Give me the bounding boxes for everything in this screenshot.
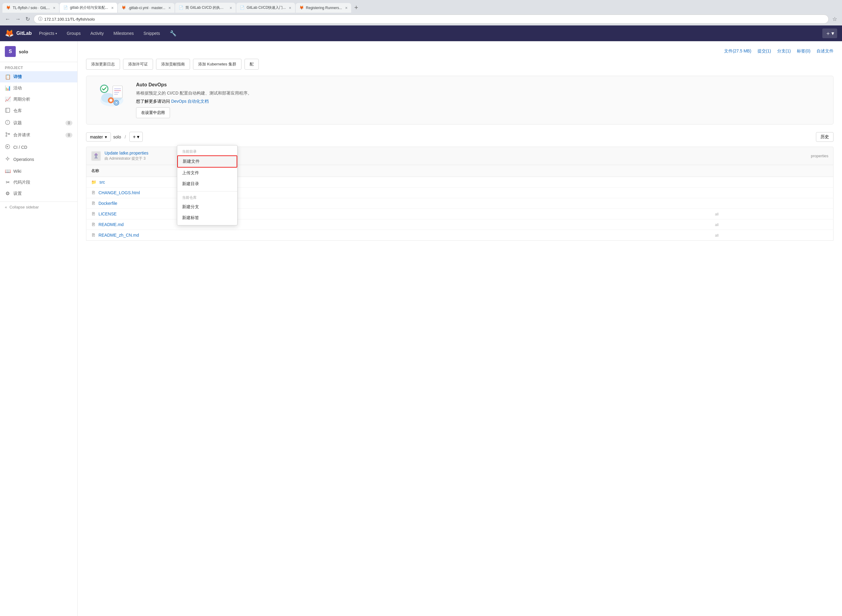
browser-chrome: 🦊 TL-flyfish / solo · GitL... × 📄 gitlab…	[0, 0, 842, 25]
sidebar-item-details[interactable]: 📋 详情	[0, 71, 77, 82]
file-icon: 🖹	[91, 233, 95, 238]
stat-tags[interactable]: 标签(0)	[797, 48, 810, 54]
refresh-button[interactable]: ↻	[24, 15, 31, 23]
tab-4-title: 简 GitLab CI/CD 的执行流...	[185, 5, 227, 10]
nav-projects[interactable]: Projects ▾	[37, 30, 60, 37]
tab-1-close[interactable]: ×	[53, 6, 56, 10]
dropdown-item-new-file[interactable]: 新建文件	[177, 155, 237, 167]
nav-plus-button[interactable]: ＋ ▾	[822, 28, 837, 38]
tab-6-close[interactable]: ×	[345, 6, 348, 10]
nav-snippets[interactable]: Snippets	[141, 30, 162, 37]
tab-5-title: GitLab CI/CD快速入门...	[246, 5, 286, 10]
file-cell-readme: 🖹 README.md	[87, 219, 622, 230]
dropdown-item-upload-file[interactable]: 上传文件	[177, 167, 237, 179]
path-slash: /	[125, 135, 126, 139]
svg-point-25	[109, 99, 112, 102]
plus-icon: +	[133, 134, 135, 140]
nav-activity[interactable]: Activity	[88, 30, 106, 37]
dropdown-item-new-tag[interactable]: 新建标签	[177, 213, 237, 223]
collapse-sidebar[interactable]: « Collapse sidebar	[0, 201, 77, 213]
col-update	[710, 165, 833, 177]
dropdown-item-new-branch[interactable]: 新建分支	[177, 201, 237, 213]
tab-2-close[interactable]: ×	[111, 6, 114, 10]
file-link-readme-zh[interactable]: README_zh_CN.md	[98, 233, 139, 238]
details-icon: 📋	[5, 74, 10, 80]
new-tab-button[interactable]: +	[352, 3, 361, 13]
nav-wrench-icon[interactable]: 🔧	[167, 29, 179, 38]
back-button[interactable]: ←	[4, 15, 12, 23]
tab-3-close[interactable]: ×	[169, 6, 171, 10]
history-button[interactable]: 历史	[816, 132, 833, 142]
commit-cell-readme	[621, 219, 710, 230]
stat-commits[interactable]: 提交(1)	[757, 48, 771, 54]
address-bar[interactable]: ⓘ 172.17.100.11/TL-flyfish/solo	[34, 15, 829, 23]
gitlab-logo[interactable]: 🦊 GitLab	[5, 29, 32, 38]
sidebar-item-merge[interactable]: 合并请求 0	[0, 129, 77, 141]
forward-button[interactable]: →	[14, 15, 22, 23]
devops-enable-button[interactable]: 在设置中启用	[136, 107, 170, 118]
bookmark-button[interactable]: ☆	[831, 15, 838, 23]
file-link-license[interactable]: LICENSE	[98, 211, 117, 216]
sidebar-item-label-cycles: 周期分析	[13, 97, 30, 102]
more-button[interactable]: 配	[245, 59, 259, 70]
cycles-icon: 📈	[5, 96, 10, 102]
update-cell-src	[710, 177, 833, 188]
add-kubernetes-button[interactable]: 添加 Kubernetes 集群	[193, 59, 242, 70]
tab-2-favicon: 📄	[63, 6, 68, 10]
devops-docs-link[interactable]: DevOps 自动化文档	[171, 99, 209, 104]
sidebar-item-settings[interactable]: ⚙ 设置	[0, 188, 77, 199]
settings-icon: ⚙	[5, 191, 10, 197]
file-link-dockerfile[interactable]: Dockerfile	[98, 201, 117, 206]
col-commit	[621, 165, 710, 177]
sidebar-item-operations[interactable]: Operations	[0, 153, 77, 166]
collapse-sidebar-label: Collapse sidebar	[9, 205, 39, 210]
sidebar-item-repo[interactable]: 仓库	[0, 105, 77, 117]
tab-1[interactable]: 🦊 TL-flyfish / solo · GitL... ×	[3, 3, 59, 13]
sidebar-item-cicd[interactable]: CI / CD	[0, 141, 77, 153]
sidebar-username: solo	[19, 49, 28, 54]
file-link-changelog[interactable]: CHANGE_LOGS.html	[98, 190, 140, 195]
tab-5-close[interactable]: ×	[289, 6, 291, 10]
sidebar-user: S solo	[0, 41, 77, 62]
activity-icon: 📊	[5, 85, 10, 91]
update-cell-changelog	[710, 188, 833, 198]
stat-readme[interactable]: 自述文件	[817, 48, 833, 54]
sidebar-item-label-cicd: CI / CD	[13, 145, 27, 150]
nav-milestones[interactable]: Milestones	[111, 30, 136, 37]
sidebar-item-snippets[interactable]: ✂ 代码片段	[0, 177, 77, 188]
devops-illustration	[94, 82, 130, 109]
file-link-readme[interactable]: README.md	[98, 222, 124, 227]
commit-avatar-icon	[91, 151, 101, 161]
sidebar-item-wiki[interactable]: 📖 Wiki	[0, 166, 77, 177]
devops-desc: 将根据预定义的 CI/CD 配置自动构建、测试和部署应用程序。	[136, 90, 826, 96]
sidebar-item-label-repo: 仓库	[13, 108, 22, 114]
issues-badge: 0	[66, 120, 72, 125]
stat-files[interactable]: 文件(27.5 MB)	[724, 48, 751, 54]
all-label: all	[715, 212, 719, 216]
stat-branches[interactable]: 分支(1)	[777, 48, 791, 54]
tab-6[interactable]: 🦊 Registering Runners... ×	[296, 3, 352, 13]
tab-4[interactable]: 📄 简 GitLab CI/CD 的执行流... ×	[175, 3, 236, 13]
sidebar-item-cycles[interactable]: 📈 周期分析	[0, 94, 77, 105]
tab-4-close[interactable]: ×	[230, 6, 232, 10]
add-file-button[interactable]: + ▾	[129, 132, 142, 142]
update-cell-readme: all	[710, 219, 833, 230]
tab-2[interactable]: 📄 gitlab 的介绍与安装配... ×	[60, 3, 117, 13]
operations-icon	[5, 156, 10, 163]
dropdown-item-new-dir[interactable]: 新建目录	[177, 179, 237, 189]
tab-3[interactable]: 🦊 .gitlab-ci.yml · master... ×	[118, 3, 175, 13]
file-cell-src: 📁 src	[87, 177, 622, 188]
branch-selector[interactable]: master ▾	[86, 132, 111, 141]
add-license-button[interactable]: 添加许可证	[123, 59, 153, 70]
svg-point-5	[6, 135, 7, 136]
add-changelog-button[interactable]: 添加更新日志	[86, 59, 120, 70]
address-bar-row: ← → ↻ ⓘ 172.17.100.11/TL-flyfish/solo ☆	[0, 13, 842, 25]
tab-5[interactable]: 📄 GitLab CI/CD快速入门... ×	[236, 3, 295, 13]
table-row: 🖹 README_zh_CN.md all	[87, 230, 833, 241]
nav-groups[interactable]: Groups	[64, 30, 83, 37]
file-link-src[interactable]: src	[100, 180, 105, 185]
sidebar-item-activity[interactable]: 📊 活动	[0, 82, 77, 94]
add-contributing-button[interactable]: 添加贡献指南	[156, 59, 190, 70]
nav-groups-label: Groups	[67, 31, 81, 36]
sidebar-item-issues[interactable]: ! 议题 0	[0, 117, 77, 129]
